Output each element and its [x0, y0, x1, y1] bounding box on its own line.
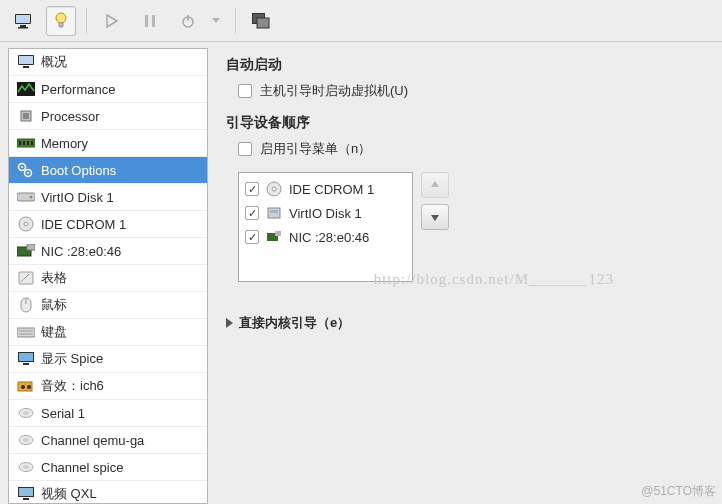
run-button[interactable]	[97, 6, 127, 36]
mouse-icon	[17, 296, 35, 314]
kernel-section[interactable]: 直接内核引导（e）	[226, 314, 704, 332]
svg-rect-23	[27, 141, 29, 145]
sidebar-item--[interactable]: 概况	[9, 49, 207, 76]
sidebar-item--[interactable]: 鼠标	[9, 292, 207, 319]
sidebar-item-label: 鼠标	[41, 296, 67, 314]
sidebar-item-nic-28-e0-46[interactable]: NIC :28:e0:46	[9, 238, 207, 265]
svg-rect-6	[60, 26, 63, 28]
svg-rect-44	[23, 363, 29, 365]
boot-icon	[17, 161, 35, 179]
svg-point-53	[23, 465, 29, 469]
autostart-row: 主机引导时启动虚拟机(U)	[238, 82, 704, 100]
svg-rect-2	[20, 25, 26, 27]
sidebar-item-label: Performance	[41, 82, 115, 97]
sidebar-item-label: Memory	[41, 136, 88, 151]
boot-device-item[interactable]: IDE CDROM 1	[241, 177, 410, 201]
sidebar-item-processor[interactable]: Processor	[9, 103, 207, 130]
sidebar-item-memory[interactable]: Memory	[9, 130, 207, 157]
kernel-title: 直接内核引导（e）	[239, 314, 350, 332]
sidebar-item-channel-spice[interactable]: Channel spice	[9, 454, 207, 481]
toolbar-separator	[86, 8, 87, 34]
bootorder-title: 引导设备顺序	[226, 114, 704, 132]
sidebar-item--[interactable]: 表格	[9, 265, 207, 292]
console-monitor-button[interactable]	[8, 6, 38, 36]
svg-point-58	[272, 187, 276, 191]
sidebar-item-virtio-disk-1[interactable]: VirtIO Disk 1	[9, 184, 207, 211]
autostart-title: 自动启动	[226, 56, 704, 74]
autostart-checkbox[interactable]	[238, 84, 252, 98]
boot-device-checkbox[interactable]	[245, 230, 259, 244]
keyboard-icon	[17, 323, 35, 341]
svg-rect-13	[257, 18, 269, 28]
sidebar-item-label: Serial 1	[41, 406, 85, 421]
sidebar-item--spice[interactable]: 显示 Spice	[9, 346, 207, 373]
svg-point-28	[27, 172, 29, 174]
sidebar-item-label: VirtIO Disk 1	[41, 190, 114, 205]
autostart-label: 主机引导时启动虚拟机(U)	[260, 82, 408, 100]
sidebar-item-label: IDE CDROM 1	[41, 217, 126, 232]
sidebar[interactable]: 概况PerformanceProcessorMemoryBoot Options…	[8, 48, 208, 504]
cpu-icon	[17, 107, 35, 125]
sidebar-item-performance[interactable]: Performance	[9, 76, 207, 103]
cdrom-icon	[17, 215, 35, 233]
disk-small-icon	[265, 204, 283, 222]
svg-rect-39	[17, 328, 35, 337]
details-bulb-button[interactable]	[46, 6, 76, 36]
sidebar-item-boot-options[interactable]: Boot Options	[9, 157, 207, 184]
svg-rect-3	[18, 27, 28, 29]
svg-point-49	[23, 411, 29, 415]
power-button[interactable]	[173, 6, 203, 36]
svg-marker-63	[431, 181, 439, 187]
sidebar-item-label: 概况	[41, 53, 67, 71]
serial-icon	[17, 404, 35, 422]
boot-device-label: NIC :28:e0:46	[289, 230, 369, 245]
mem-icon	[17, 134, 35, 152]
nic-icon	[17, 242, 35, 260]
svg-rect-62	[275, 231, 281, 236]
power-dropdown-button[interactable]	[207, 6, 225, 36]
sidebar-item-label: 视频 QXL	[41, 485, 97, 503]
move-up-button[interactable]	[421, 172, 449, 198]
sidebar-item-label: Channel spice	[41, 460, 123, 475]
sidebar-item--[interactable]: 键盘	[9, 319, 207, 346]
fullscreen-button[interactable]	[246, 6, 276, 36]
channel-icon	[17, 431, 35, 449]
boot-device-item[interactable]: NIC :28:e0:46	[241, 225, 410, 249]
svg-rect-22	[23, 141, 25, 145]
monitor-icon	[17, 53, 35, 71]
svg-rect-35	[19, 272, 33, 284]
expand-triangle-icon	[226, 318, 233, 328]
power-button-group	[173, 6, 225, 36]
svg-rect-43	[19, 353, 33, 361]
nic-small-icon	[265, 228, 283, 246]
sidebar-item-ide-cdrom-1[interactable]: IDE CDROM 1	[9, 211, 207, 238]
svg-marker-7	[107, 15, 117, 27]
svg-rect-1	[16, 15, 30, 23]
svg-rect-8	[145, 15, 148, 27]
bootmenu-checkbox[interactable]	[238, 142, 252, 156]
bootmenu-label: 启用引导菜单（n）	[260, 140, 371, 158]
sidebar-item--ich6[interactable]: 音效：ich6	[9, 373, 207, 400]
svg-point-4	[56, 13, 66, 23]
boot-device-list[interactable]: IDE CDROM 1VirtIO Disk 1NIC :28:e0:46	[238, 172, 413, 282]
sidebar-item-serial-1[interactable]: Serial 1	[9, 400, 207, 427]
svg-rect-15	[19, 56, 33, 64]
sidebar-item-channel-qemu-ga[interactable]: Channel qemu-ga	[9, 427, 207, 454]
boot-device-item[interactable]: VirtIO Disk 1	[241, 201, 410, 225]
move-down-button[interactable]	[421, 204, 449, 230]
toolbar	[0, 0, 722, 42]
svg-rect-56	[23, 498, 29, 500]
toolbar-separator	[235, 8, 236, 34]
sidebar-item-label: 音效：ich6	[41, 377, 104, 395]
main-panel: 自动启动 主机引导时启动虚拟机(U) 引导设备顺序 启用引导菜单（n） IDE …	[208, 42, 722, 504]
sidebar-item--qxl[interactable]: 视频 QXL	[9, 481, 207, 504]
pause-button[interactable]	[135, 6, 165, 36]
boot-device-checkbox[interactable]	[245, 182, 259, 196]
svg-rect-60	[270, 210, 278, 213]
sidebar-item-label: 键盘	[41, 323, 67, 341]
svg-point-46	[21, 385, 25, 389]
svg-rect-19	[23, 113, 29, 119]
sound-icon	[17, 377, 35, 395]
sidebar-item-label: Channel qemu-ga	[41, 433, 144, 448]
boot-device-checkbox[interactable]	[245, 206, 259, 220]
